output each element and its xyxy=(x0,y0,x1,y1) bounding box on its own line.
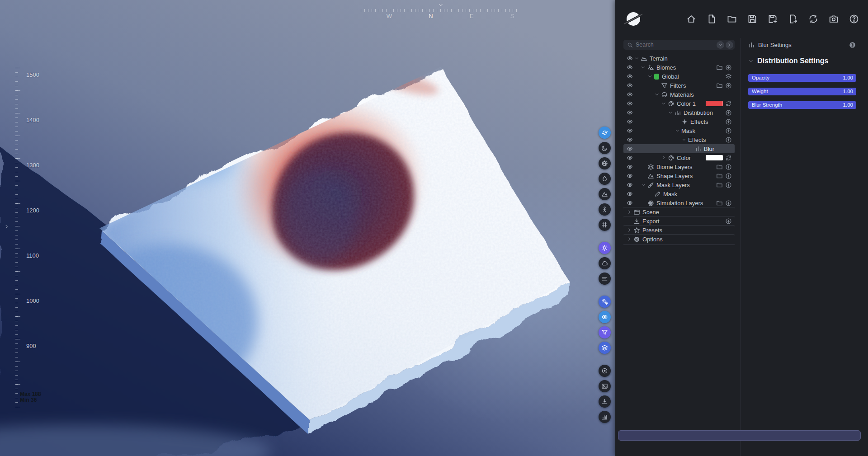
toggle-visibility-button[interactable] xyxy=(599,311,611,323)
visibility-eye-icon[interactable] xyxy=(627,100,633,107)
gear-icon[interactable] xyxy=(849,41,856,49)
save-project-button[interactable] xyxy=(747,14,757,24)
visibility-eye-icon[interactable] xyxy=(627,200,633,206)
plus-circle-icon[interactable] xyxy=(725,136,732,143)
tree-row-biomes[interactable]: Biomes xyxy=(623,63,735,72)
view-shade-button[interactable] xyxy=(599,142,611,154)
chevron-down-icon[interactable] xyxy=(647,74,654,80)
open-project-button[interactable] xyxy=(727,14,737,24)
left-panel-toggle[interactable] xyxy=(3,222,10,232)
tree-row-simulation-layers[interactable]: Simulation Layers xyxy=(623,198,735,207)
view-terrain-button[interactable] xyxy=(599,188,611,200)
tree-row-export[interactable]: Export xyxy=(623,216,735,226)
visibility-eye-icon[interactable] xyxy=(627,91,633,98)
view-globe-button[interactable] xyxy=(599,157,611,169)
download-view-button[interactable] xyxy=(599,395,611,408)
plus-circle-icon[interactable] xyxy=(725,173,732,179)
visibility-eye-icon[interactable] xyxy=(627,191,633,197)
view-water-button[interactable] xyxy=(599,173,611,185)
folder-icon[interactable] xyxy=(716,82,723,89)
color-swatch[interactable] xyxy=(706,155,723,160)
focus-camera-button[interactable] xyxy=(599,365,611,377)
chevron-down-icon[interactable] xyxy=(641,182,647,188)
folder-icon[interactable] xyxy=(716,200,723,207)
plus-circle-icon[interactable] xyxy=(725,64,732,71)
visibility-eye-icon[interactable] xyxy=(627,146,633,152)
folder-icon[interactable] xyxy=(716,173,723,179)
plus-circle-icon[interactable] xyxy=(725,82,732,89)
tree-row-presets[interactable]: Presets xyxy=(623,226,735,235)
plus-circle-icon[interactable] xyxy=(725,164,732,170)
refresh-icon[interactable] xyxy=(725,100,732,107)
chevron-down-icon[interactable] xyxy=(661,101,668,107)
tree-row-biome-layers[interactable]: Biome Layers xyxy=(623,162,735,171)
chevron-right-icon[interactable] xyxy=(661,155,668,161)
visibility-eye-icon[interactable] xyxy=(627,118,633,125)
folder-icon[interactable] xyxy=(716,64,723,71)
visibility-eye-icon[interactable] xyxy=(627,64,633,71)
viewport-3d[interactable]: W N E S 150014001300120011001000900 Max … xyxy=(0,0,615,456)
plus-circle-icon[interactable] xyxy=(725,182,732,188)
tree-row-blur[interactable]: Blur xyxy=(623,144,735,153)
stack-icon[interactable] xyxy=(725,73,732,80)
section-distribution-settings[interactable]: Distribution Settings xyxy=(748,57,856,65)
tree-row-effects[interactable]: Effects xyxy=(623,117,735,126)
chevron-down-icon[interactable] xyxy=(641,65,647,71)
toggle-processing-button[interactable] xyxy=(599,296,611,308)
visibility-eye-icon[interactable] xyxy=(627,73,633,80)
screenshot-button[interactable] xyxy=(829,14,839,24)
save-project-as-button[interactable] xyxy=(768,14,778,24)
tree-row-distribution[interactable]: Distribution xyxy=(623,108,735,117)
tree-row-mask-layers[interactable]: Mask Layers xyxy=(623,180,735,189)
tree-row-options[interactable]: Options xyxy=(623,235,735,244)
collapse-all-button[interactable] xyxy=(717,41,724,49)
view-histogram-button[interactable] xyxy=(599,411,611,423)
chevron-down-icon[interactable] xyxy=(634,56,641,61)
chevron-right-icon[interactable] xyxy=(627,227,633,233)
new-project-button[interactable] xyxy=(707,14,717,24)
color-swatch[interactable] xyxy=(706,101,723,106)
visibility-eye-icon[interactable] xyxy=(627,164,633,170)
search-input[interactable] xyxy=(636,42,715,48)
app-logo-icon[interactable] xyxy=(624,10,642,28)
expand-all-button[interactable] xyxy=(726,41,733,49)
visibility-eye-icon[interactable] xyxy=(627,182,633,188)
chevron-down-icon[interactable] xyxy=(681,137,688,143)
view-grid-button[interactable] xyxy=(599,219,611,231)
tree-row-mask[interactable]: Mask xyxy=(623,126,735,135)
export-project-button[interactable] xyxy=(788,14,798,24)
plus-circle-icon[interactable] xyxy=(725,127,732,134)
reload-button[interactable] xyxy=(808,14,818,24)
chevron-down-icon[interactable] xyxy=(668,110,675,116)
visibility-eye-icon[interactable] xyxy=(627,82,633,89)
visibility-eye-icon[interactable] xyxy=(627,173,633,179)
plus-circle-icon[interactable] xyxy=(725,218,732,225)
visibility-eye-icon[interactable] xyxy=(627,127,633,134)
tree-row-global[interactable]: Global xyxy=(623,72,735,81)
visibility-eye-icon[interactable] xyxy=(627,155,633,161)
visibility-eye-icon[interactable] xyxy=(627,109,633,116)
weight-slider[interactable]: Weight1.00 xyxy=(748,88,856,95)
tree-row-materials[interactable]: Materials xyxy=(623,90,735,99)
tree-row-shape-layers[interactable]: Shape Layers xyxy=(623,171,735,180)
tree-row-filters[interactable]: Filters xyxy=(623,81,735,90)
chevron-right-icon[interactable] xyxy=(627,209,633,215)
visibility-eye-icon[interactable] xyxy=(627,136,633,143)
help-button[interactable] xyxy=(849,14,859,24)
tree-row-terrain[interactable]: Terrain xyxy=(623,54,735,63)
opacity-slider[interactable]: Opacity1.00 xyxy=(748,74,856,82)
plus-circle-icon[interactable] xyxy=(725,109,732,116)
toggle-fog-button[interactable] xyxy=(599,273,611,285)
tree-row-color-1[interactable]: Color 1 xyxy=(623,99,735,108)
folder-icon[interactable] xyxy=(716,182,723,188)
blur-strength-slider[interactable]: Blur Strength1.00 xyxy=(748,101,856,109)
chevron-down-icon[interactable] xyxy=(654,92,661,98)
tree-row-color[interactable]: Color xyxy=(623,153,735,162)
tree-row-scene[interactable]: Scene xyxy=(623,207,735,216)
refresh-icon[interactable] xyxy=(725,155,732,161)
tree-row-mask[interactable]: Mask xyxy=(623,189,735,198)
toggle-filter-button[interactable] xyxy=(599,326,611,338)
visibility-eye-icon[interactable] xyxy=(627,55,633,61)
toggle-layers-button[interactable] xyxy=(599,342,611,354)
toggle-sun-button[interactable] xyxy=(599,242,611,254)
